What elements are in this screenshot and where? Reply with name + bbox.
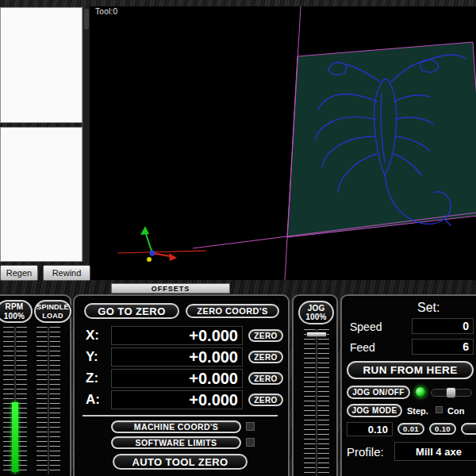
spindle-load-meter (36, 327, 60, 474)
spindle-override-slider[interactable] (3, 327, 27, 474)
jog-label: JOG (308, 304, 325, 313)
zero-x-button[interactable]: ZERO (248, 329, 283, 342)
jog-on-off-button[interactable]: JOG ON/OFF (347, 386, 410, 399)
run-from-here-button[interactable]: RUN FROM HERE (347, 361, 474, 379)
rpm-override-label: RPM 100% (0, 300, 33, 323)
x-axis-line (117, 251, 206, 253)
toolpath-canvas (90, 6, 476, 280)
dro-divider (83, 415, 278, 416)
toolpath-display[interactable]: Tool:0 (90, 6, 476, 280)
zero-y-button[interactable]: ZERO (248, 351, 283, 363)
spindle-load-label: SPINDLE LOAD (34, 300, 71, 323)
software-limits-button[interactable]: SOFTWARE LIMITS (111, 436, 241, 449)
rewind-button[interactable]: Rewind (43, 265, 90, 281)
jog-speed-mini-slider[interactable] (431, 389, 472, 397)
step-mode-label: Step. (407, 406, 428, 416)
profile-display: Mill 4 axe (394, 442, 476, 461)
zero-a-button[interactable]: ZERO (248, 393, 283, 406)
jog-led (415, 386, 426, 397)
scrollbar-thumb[interactable] (84, 9, 89, 29)
set-label: Set: (417, 301, 440, 315)
rpm-pct: 100% (4, 312, 25, 321)
axis-label-z: Z: (86, 370, 98, 386)
cnc-control-screen: Tool:0 Regen Rewind OFFSETS RPM 100% SPI… (0, 0, 476, 476)
go-to-zero-button[interactable]: GO TO ZERO (84, 303, 179, 319)
cont-mode-label: Con (447, 406, 464, 416)
y-dro-display[interactable]: +0.000 (111, 347, 243, 367)
machine-coords-button[interactable]: MACHINE COORD'S (111, 420, 241, 433)
spindle-load-bar (12, 402, 18, 472)
jog-pct: 100% (305, 313, 326, 322)
origin-axes-icon (140, 226, 177, 262)
jog-override-slider[interactable] (304, 329, 329, 476)
step-increment-button-3[interactable] (461, 423, 476, 435)
load-label: LOAD (42, 312, 63, 320)
a-dro-display[interactable]: +0.000 (111, 390, 243, 409)
profile-label: Profile: (347, 445, 384, 459)
speed-label: Speed (350, 321, 382, 333)
step-increment-button-1[interactable]: 0.01 (397, 423, 424, 435)
run-control-panel: Set: Speed 0 Feed 6 RUN FROM HERE JOG ON… (340, 294, 476, 476)
jog-mode-button[interactable]: JOG MODE (347, 404, 402, 417)
z-dro-display[interactable]: +0.000 (111, 369, 243, 388)
step-increment-display[interactable]: 0.10 (347, 422, 393, 436)
dro-panel: GO TO ZERO ZERO COORD'S X: +0.000 ZERO Y… (73, 294, 290, 476)
spindle-label: SPINDLE (36, 303, 68, 311)
machine-coords-led (246, 422, 255, 431)
speed-display[interactable]: 0 (412, 318, 474, 334)
tool-label: Tool:0 (95, 7, 118, 16)
gcode-list-bottom[interactable] (0, 127, 83, 262)
jog-override-label: JOG 100% (298, 301, 334, 324)
step-mode-led (436, 406, 443, 413)
axis-label-a: A: (86, 392, 100, 408)
feed-display[interactable]: 6 (412, 339, 474, 355)
jog-slider-handle[interactable] (306, 332, 327, 337)
feed-label: Feed (350, 341, 375, 354)
spindle-panel: RPM 100% SPINDLE LOAD (0, 294, 71, 476)
auto-tool-zero-button[interactable]: AUTO TOOL ZERO (113, 454, 248, 470)
regen-button[interactable]: Regen (0, 265, 38, 281)
axis-label-y: Y: (86, 349, 98, 365)
jog-override-panel: JOG 100% (292, 294, 338, 476)
rpm-label: RPM (6, 302, 24, 312)
tab-offsets[interactable]: OFFSETS (111, 283, 230, 294)
mini-slider-knob[interactable] (446, 387, 456, 398)
zero-coords-button[interactable]: ZERO COORD'S (186, 304, 279, 318)
x-dro-display[interactable]: +0.000 (111, 326, 243, 345)
software-limits-led (246, 438, 255, 447)
axis-label-x: X: (86, 328, 99, 344)
step-increment-button-2[interactable]: 0.10 (429, 423, 456, 435)
gcode-list-top[interactable] (0, 7, 83, 123)
gcode-scrollbar[interactable] (83, 7, 90, 262)
zero-z-button[interactable]: ZERO (248, 372, 283, 385)
